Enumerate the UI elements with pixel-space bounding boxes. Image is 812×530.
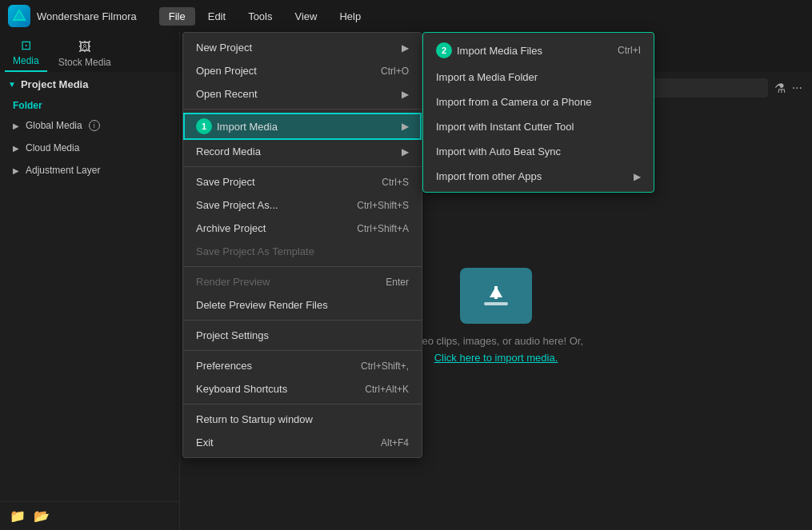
menu-open-recent[interactable]: Open Recent ▶ [183, 82, 422, 106]
project-media-header: ▼ Project Media [0, 72, 179, 97]
tab-media-label: Media [13, 55, 39, 66]
triangle-icon: ▼ [8, 80, 16, 89]
record-media-arrow: ▶ [402, 146, 409, 157]
menu-return-startup[interactable]: Return to Startup window [183, 408, 422, 431]
submenu-import-instant[interactable]: Import with Instant Cutter Tool [423, 114, 654, 139]
separator-5 [183, 350, 422, 351]
menu-delete-preview[interactable]: Delete Preview Render Files [183, 293, 422, 317]
exit-label: Exit [196, 436, 214, 448]
new-folder-icon[interactable]: 📁 [10, 508, 26, 524]
submenu-import-camera[interactable]: Import from a Camera or a Phone [423, 90, 654, 114]
import-folder-label: Import a Media Folder [436, 71, 538, 83]
svg-rect-4 [494, 286, 498, 299]
import-other-apps-arrow: ▶ [634, 171, 641, 182]
tree-item-global-media[interactable]: ▶ Global Media i [0, 114, 179, 137]
menu-archive-project[interactable]: Archive Project Ctrl+Shift+A [183, 217, 422, 240]
file-dropdown: New Project ▶ Open Project Ctrl+O Open R… [182, 32, 422, 458]
badge-2: 2 [436, 42, 452, 58]
menu-tools[interactable]: Tools [238, 7, 282, 26]
left-panel-tabs: ⊡ Media 🖼 Stock Media [0, 32, 179, 72]
global-media-arrow: ▶ [13, 122, 19, 130]
open-project-label: Open Project [196, 65, 257, 77]
folder-section: Folder [0, 97, 179, 114]
separator-3 [183, 266, 422, 267]
import-media-arrow: ▶ [402, 121, 409, 132]
import-other-apps-label: Import from other Apps [436, 170, 542, 182]
keyboard-shortcuts-label: Keyboard Shortcuts [196, 383, 287, 395]
adjustment-layer-arrow: ▶ [13, 166, 19, 175]
save-project-as-label: Save Project As... [196, 199, 278, 211]
global-media-label: Global Media [26, 120, 82, 131]
adjustment-layer-label: Adjustment Layer [26, 165, 100, 176]
preferences-shortcut: Ctrl+Shift+, [361, 361, 409, 372]
menu-file[interactable]: File [159, 7, 195, 26]
import-instant-label: Import with Instant Cutter Tool [436, 121, 574, 133]
save-project-shortcut: Ctrl+S [382, 177, 409, 188]
submenu-import-other-apps[interactable]: Import from other Apps ▶ [423, 164, 654, 189]
menu-view[interactable]: View [285, 7, 326, 26]
menu-project-settings[interactable]: Project Settings [183, 324, 422, 347]
separator-2 [183, 166, 422, 167]
menu-new-project[interactable]: New Project ▶ [183, 36, 422, 59]
menu-import-media[interactable]: 1 Import Media ▶ [183, 113, 422, 140]
save-as-template-label: Save Project As Template [196, 245, 314, 257]
delete-preview-label: Delete Preview Render Files [196, 299, 328, 311]
open-project-shortcut: Ctrl+O [381, 66, 409, 77]
open-recent-arrow: ▶ [402, 89, 409, 100]
open-recent-label: Open Recent [196, 88, 258, 100]
media-tab-icon: ⊡ [21, 38, 31, 53]
cloud-media-label: Cloud Media [26, 142, 79, 153]
menu-exit[interactable]: Exit Alt+F4 [183, 431, 422, 454]
import-link[interactable]: Click here to import media. [434, 352, 558, 364]
filter-icon[interactable]: ⚗ [774, 81, 786, 96]
app-name: Wondershare Filmora [37, 10, 137, 22]
menu-open-project[interactable]: Open Project Ctrl+O [183, 59, 422, 82]
render-preview-shortcut: Enter [386, 277, 409, 288]
panel-bottom: 📁 📂 [0, 501, 179, 530]
left-panel: ⊡ Media 🖼 Stock Media ▼ Project Media Fo… [0, 32, 180, 530]
add-icon[interactable]: 📂 [34, 508, 50, 524]
menu-render-preview: Render Preview Enter [183, 270, 422, 293]
save-project-label: Save Project [196, 176, 255, 188]
preferences-label: Preferences [196, 360, 252, 372]
record-media-label: Record Media [196, 145, 261, 157]
tab-stock-media[interactable]: 🖼 Stock Media [50, 36, 119, 72]
submenu-import-auto-beat[interactable]: Import with Auto Beat Sync [423, 139, 654, 164]
import-auto-beat-label: Import with Auto Beat Sync [436, 145, 561, 157]
menu-preferences[interactable]: Preferences Ctrl+Shift+, [183, 354, 422, 377]
new-project-arrow: ▶ [402, 42, 409, 54]
submenu-import-media-files[interactable]: 2 Import Media Files Ctrl+I [423, 36, 654, 65]
cloud-media-arrow: ▶ [13, 144, 19, 153]
archive-project-label: Archive Project [196, 222, 266, 234]
menu-record-media[interactable]: Record Media ▶ [183, 140, 422, 163]
keyboard-shortcuts-shortcut: Ctrl+Alt+K [365, 384, 409, 395]
menu-help[interactable]: Help [330, 7, 370, 26]
render-preview-label: Render Preview [196, 276, 270, 288]
import-media-files-shortcut: Ctrl+I [618, 45, 641, 56]
separator-6 [183, 404, 422, 404]
import-camera-label: Import from a Camera or a Phone [436, 96, 591, 108]
tab-media[interactable]: ⊡ Media [5, 34, 47, 72]
import-media-content: 1 Import Media [196, 118, 278, 134]
archive-project-shortcut: Ctrl+Shift+A [357, 223, 409, 234]
menu-save-project[interactable]: Save Project Ctrl+S [183, 170, 422, 193]
import-submenu: 2 Import Media Files Ctrl+I Import a Med… [422, 32, 654, 193]
menu-edit[interactable]: Edit [198, 7, 235, 26]
import-media-label: Import Media [217, 121, 278, 133]
badge-1: 1 [196, 118, 212, 134]
save-project-as-shortcut: Ctrl+Shift+S [357, 200, 409, 211]
tree-item-cloud-media[interactable]: ▶ Cloud Media [0, 137, 179, 159]
global-media-info-icon[interactable]: i [89, 120, 100, 131]
title-bar: Wondershare Filmora File Edit Tools View… [0, 0, 812, 32]
more-icon[interactable]: ··· [792, 81, 802, 95]
submenu-import-folder[interactable]: Import a Media Folder [423, 65, 654, 90]
exit-shortcut: Alt+F4 [381, 437, 409, 448]
menu-save-as-template: Save Project As Template [183, 240, 422, 263]
svg-rect-2 [484, 302, 508, 305]
menu-keyboard-shortcuts[interactable]: Keyboard Shortcuts Ctrl+Alt+K [183, 377, 422, 400]
new-project-label: New Project [196, 42, 252, 54]
tree-item-adjustment-layer[interactable]: ▶ Adjustment Layer [0, 159, 179, 181]
menu-save-project-as[interactable]: Save Project As... Ctrl+Shift+S [183, 193, 422, 217]
separator-4 [183, 320, 422, 321]
project-media-title: Project Media [21, 78, 89, 90]
